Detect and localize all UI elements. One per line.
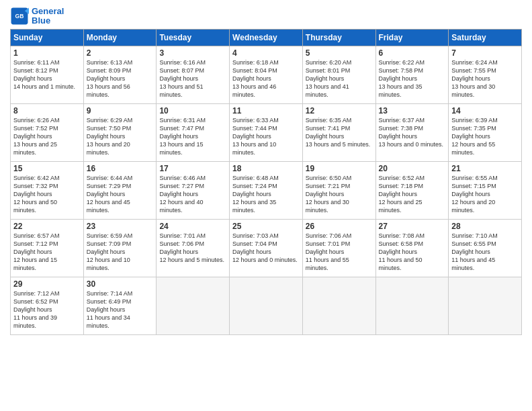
day-number: 13 [379, 106, 446, 116]
calendar-cell: 13Sunrise: 6:37 AMSunset: 7:38 PMDayligh… [375, 103, 449, 161]
day-number: 26 [306, 222, 373, 231]
day-info: Sunrise: 6:26 AMSunset: 7:52 PMDaylight … [13, 116, 81, 157]
calendar-cell: 22Sunrise: 6:57 AMSunset: 7:12 PMDayligh… [11, 219, 84, 277]
day-of-week-header: Tuesday [157, 29, 230, 46]
calendar-week-row: 22Sunrise: 6:57 AMSunset: 7:12 PMDayligh… [11, 219, 522, 277]
day-info: Sunrise: 6:29 AMSunset: 7:50 PMDaylight … [87, 116, 154, 157]
calendar-cell: 15Sunrise: 6:42 AMSunset: 7:32 PMDayligh… [11, 161, 84, 219]
day-of-week-header: Sunday [11, 29, 84, 46]
logo-icon: GB [10, 7, 29, 26]
day-of-week-header: Thursday [302, 29, 375, 46]
calendar-cell: 8Sunrise: 6:26 AMSunset: 7:52 PMDaylight… [11, 103, 84, 161]
calendar-cell: 27Sunrise: 7:08 AMSunset: 6:58 PMDayligh… [375, 219, 449, 277]
day-number: 4 [232, 48, 300, 58]
day-number: 12 [306, 106, 373, 116]
day-info: Sunrise: 6:11 AMSunset: 8:12 PMDaylight … [13, 58, 81, 91]
day-number: 20 [379, 164, 446, 173]
day-number: 14 [451, 106, 519, 116]
calendar-cell: 18Sunrise: 6:48 AMSunset: 7:24 PMDayligh… [230, 161, 303, 219]
calendar-body: 1Sunrise: 6:11 AMSunset: 8:12 PMDaylight… [11, 46, 522, 334]
day-of-week-header: Saturday [449, 29, 522, 46]
day-number: 17 [159, 164, 226, 173]
calendar-cell: 3Sunrise: 6:16 AMSunset: 8:07 PMDaylight… [157, 46, 230, 103]
calendar-cell [230, 277, 303, 334]
calendar-cell: 20Sunrise: 6:52 AMSunset: 7:18 PMDayligh… [375, 161, 449, 219]
calendar-cell: 5Sunrise: 6:20 AMSunset: 8:01 PMDaylight… [302, 46, 375, 103]
day-number: 1 [13, 48, 81, 58]
day-number: 18 [232, 164, 300, 173]
day-info: Sunrise: 6:31 AMSunset: 7:47 PMDaylight … [159, 116, 226, 157]
day-info: Sunrise: 7:12 AMSunset: 6:52 PMDaylight … [13, 289, 81, 330]
day-info: Sunrise: 6:13 AMSunset: 8:09 PMDaylight … [87, 58, 154, 99]
day-number: 25 [232, 222, 300, 231]
day-number: 2 [87, 48, 154, 58]
calendar-cell: 29Sunrise: 7:12 AMSunset: 6:52 PMDayligh… [11, 277, 84, 334]
day-info: Sunrise: 7:08 AMSunset: 6:58 PMDaylight … [379, 232, 446, 273]
calendar-cell: 12Sunrise: 6:35 AMSunset: 7:41 PMDayligh… [302, 103, 375, 161]
day-info: Sunrise: 6:50 AMSunset: 7:21 PMDaylight … [306, 174, 373, 215]
day-number: 29 [13, 279, 81, 289]
calendar-cell: 10Sunrise: 6:31 AMSunset: 7:47 PMDayligh… [157, 103, 230, 161]
day-info: Sunrise: 7:06 AMSunset: 7:01 PMDaylight … [306, 232, 373, 273]
day-info: Sunrise: 6:22 AMSunset: 7:58 PMDaylight … [379, 58, 446, 99]
calendar-cell: 4Sunrise: 6:18 AMSunset: 8:04 PMDaylight… [230, 46, 303, 103]
logo-general: General [32, 6, 64, 16]
calendar-cell [449, 277, 522, 334]
calendar-cell: 17Sunrise: 6:46 AMSunset: 7:27 PMDayligh… [157, 161, 230, 219]
calendar-cell: 19Sunrise: 6:50 AMSunset: 7:21 PMDayligh… [302, 161, 375, 219]
day-number: 15 [13, 164, 81, 173]
calendar-table: SundayMondayTuesdayWednesdayThursdayFrid… [10, 29, 522, 335]
calendar-cell: 21Sunrise: 6:55 AMSunset: 7:15 PMDayligh… [449, 161, 522, 219]
calendar-week-row: 1Sunrise: 6:11 AMSunset: 8:12 PMDaylight… [11, 46, 522, 103]
calendar-cell: 16Sunrise: 6:44 AMSunset: 7:29 PMDayligh… [83, 161, 157, 219]
calendar-cell: 23Sunrise: 6:59 AMSunset: 7:09 PMDayligh… [83, 219, 157, 277]
calendar-week-row: 29Sunrise: 7:12 AMSunset: 6:52 PMDayligh… [11, 277, 522, 334]
day-info: Sunrise: 6:35 AMSunset: 7:41 PMDaylight … [306, 116, 373, 149]
day-info: Sunrise: 6:39 AMSunset: 7:35 PMDaylight … [451, 116, 519, 157]
calendar-cell: 9Sunrise: 6:29 AMSunset: 7:50 PMDaylight… [83, 103, 157, 161]
logo: GB General Blue [10, 7, 64, 26]
calendar-cell: 26Sunrise: 7:06 AMSunset: 7:01 PMDayligh… [302, 219, 375, 277]
day-info: Sunrise: 7:10 AMSunset: 6:55 PMDaylight … [451, 232, 519, 273]
day-number: 11 [232, 106, 300, 116]
days-of-week-row: SundayMondayTuesdayWednesdayThursdayFrid… [11, 29, 522, 46]
calendar-header: GB General Blue [10, 7, 522, 26]
day-info: Sunrise: 6:59 AMSunset: 7:09 PMDaylight … [87, 232, 154, 273]
day-number: 3 [159, 48, 226, 58]
day-info: Sunrise: 6:55 AMSunset: 7:15 PMDaylight … [451, 174, 519, 215]
day-info: Sunrise: 6:33 AMSunset: 7:44 PMDaylight … [232, 116, 300, 157]
day-of-week-header: Friday [375, 29, 449, 46]
day-info: Sunrise: 6:37 AMSunset: 7:38 PMDaylight … [379, 116, 446, 149]
day-number: 5 [306, 48, 373, 58]
day-info: Sunrise: 6:48 AMSunset: 7:24 PMDaylight … [232, 174, 300, 215]
day-number: 7 [451, 48, 519, 58]
day-number: 8 [13, 106, 81, 116]
day-number: 10 [159, 106, 226, 116]
day-number: 22 [13, 222, 81, 231]
day-info: Sunrise: 7:14 AMSunset: 6:49 PMDaylight … [87, 289, 154, 330]
day-number: 27 [379, 222, 446, 231]
day-info: Sunrise: 6:20 AMSunset: 8:01 PMDaylight … [306, 58, 373, 99]
day-info: Sunrise: 6:18 AMSunset: 8:04 PMDaylight … [232, 58, 300, 99]
calendar-week-row: 8Sunrise: 6:26 AMSunset: 7:52 PMDaylight… [11, 103, 522, 161]
calendar-cell: 7Sunrise: 6:24 AMSunset: 7:55 PMDaylight… [449, 46, 522, 103]
day-number: 9 [87, 106, 154, 116]
day-number: 21 [451, 164, 519, 173]
day-info: Sunrise: 6:52 AMSunset: 7:18 PMDaylight … [379, 174, 446, 215]
day-info: Sunrise: 6:44 AMSunset: 7:29 PMDaylight … [87, 174, 154, 215]
day-number: 16 [87, 164, 154, 173]
calendar-cell: 25Sunrise: 7:03 AMSunset: 7:04 PMDayligh… [230, 219, 303, 277]
day-number: 24 [159, 222, 226, 231]
logo-blue: Blue [32, 15, 50, 26]
logo-text: General Blue [32, 7, 64, 26]
day-of-week-header: Monday [83, 29, 157, 46]
calendar-week-row: 15Sunrise: 6:42 AMSunset: 7:32 PMDayligh… [11, 161, 522, 219]
calendar-container: GB General Blue SundayMondayTuesdayWedne… [0, 0, 532, 342]
svg-text:GB: GB [15, 13, 24, 19]
day-number: 23 [87, 222, 154, 231]
day-info: Sunrise: 6:42 AMSunset: 7:32 PMDaylight … [13, 174, 81, 215]
day-of-week-header: Wednesday [230, 29, 303, 46]
day-info: Sunrise: 6:46 AMSunset: 7:27 PMDaylight … [159, 174, 226, 215]
day-info: Sunrise: 6:57 AMSunset: 7:12 PMDaylight … [13, 232, 81, 273]
calendar-cell [375, 277, 449, 334]
